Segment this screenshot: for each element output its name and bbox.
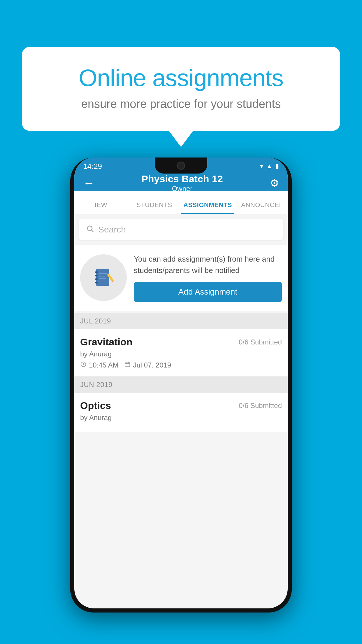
assignment-by: by Anurag (80, 350, 282, 358)
svg-rect-3 (95, 271, 98, 273)
assignment-time: 10:45 AM (80, 361, 118, 369)
assignment-top-row: Gravitation 0/6 Submitted (80, 336, 282, 348)
svg-rect-7 (99, 273, 107, 274)
assignment-item-gravitation[interactable]: Gravitation 0/6 Submitted by Anurag (74, 329, 288, 377)
phone-frame: 14:29 ▾ ▲ ▮ ← Physics Batch 12 Owner ⚙ I… (70, 158, 292, 612)
tab-announcements[interactable]: ANNOUNCEI (234, 201, 288, 214)
signal-icon: ▲ (266, 162, 273, 170)
phone-camera (177, 162, 185, 170)
search-placeholder: Search (98, 225, 126, 235)
wifi-icon: ▾ (260, 162, 263, 170)
status-time: 14:29 (83, 162, 102, 171)
search-icon (86, 225, 94, 235)
svg-rect-8 (99, 276, 105, 276)
assignment-name-optics: Optics (80, 400, 111, 411)
speech-bubble: Online assignments ensure more practice … (22, 47, 340, 131)
svg-line-1 (92, 230, 93, 232)
header-title-group: Physics Batch 12 Owner (141, 173, 223, 193)
status-icons: ▾ ▲ ▮ (260, 162, 279, 170)
tab-students[interactable]: STUDENTS (128, 201, 181, 214)
search-bar[interactable]: Search (79, 219, 283, 240)
svg-rect-9 (99, 278, 106, 279)
promo-section: You can add assignment(s) from here and … (74, 245, 288, 311)
phone-screen: 14:29 ▾ ▲ ▮ ← Physics Batch 12 Owner ⚙ I… (74, 158, 288, 608)
speech-bubble-container: Online assignments ensure more practice … (22, 47, 340, 131)
promo-description: You can add assignment(s) from here and … (134, 253, 282, 276)
svg-rect-2 (96, 269, 109, 286)
page-subtitle: Owner (141, 185, 223, 193)
assignment-date-value: Jul 07, 2019 (133, 361, 171, 369)
svg-point-0 (87, 226, 92, 230)
speech-bubble-subtitle: ensure more practice for your students (42, 97, 320, 111)
clock-icon (80, 361, 87, 369)
speech-bubble-title: Online assignments (42, 64, 320, 92)
tab-bar: IEW STUDENTS ASSIGNMENTS ANNOUNCEI (74, 191, 288, 214)
notebook-icon (92, 266, 115, 289)
back-button[interactable]: ← (83, 176, 95, 190)
tab-assignments[interactable]: ASSIGNMENTS (181, 201, 234, 214)
phone-wrapper: 14:29 ▾ ▲ ▮ ← Physics Batch 12 Owner ⚙ I… (70, 158, 292, 612)
svg-rect-13 (125, 362, 130, 367)
promo-icon-circle (80, 254, 127, 301)
assignment-submitted: 0/6 Submitted (239, 338, 282, 346)
content-area: Search (74, 214, 288, 432)
settings-button[interactable]: ⚙ (270, 177, 279, 189)
month-header-jun: JUN 2019 (74, 377, 288, 393)
battery-icon: ▮ (275, 162, 279, 170)
assignment-by-optics: by Anurag (80, 414, 282, 422)
svg-rect-5 (95, 278, 98, 280)
add-assignment-button[interactable]: Add Assignment (134, 282, 282, 302)
assignment-item-optics[interactable]: Optics 0/6 Submitted by Anurag (74, 393, 288, 432)
assignment-time-value: 10:45 AM (89, 361, 118, 369)
phone-notch (155, 158, 207, 174)
assignment-submitted-optics: 0/6 Submitted (239, 402, 282, 410)
calendar-icon (124, 361, 131, 369)
svg-rect-4 (95, 275, 98, 276)
assignment-name: Gravitation (80, 336, 132, 348)
assignment-date: Jul 07, 2019 (124, 361, 171, 369)
promo-text: You can add assignment(s) from here and … (134, 253, 282, 302)
assignment-meta: 10:45 AM Jul 07, 201 (80, 361, 282, 369)
assignment-top-row-optics: Optics 0/6 Submitted (80, 400, 282, 411)
tab-iew[interactable]: IEW (74, 201, 128, 214)
svg-rect-6 (95, 282, 98, 284)
month-header-jul: JUL 2019 (74, 313, 288, 329)
